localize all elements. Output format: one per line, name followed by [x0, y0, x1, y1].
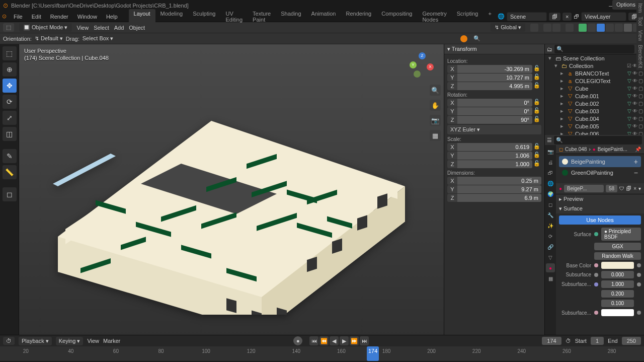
tab-item[interactable]: Item: [637, 3, 643, 13]
shading-wire-icon[interactable]: [606, 24, 614, 32]
jump-start-icon[interactable]: ⏮: [309, 336, 318, 345]
zoom-icon[interactable]: 🔍: [430, 85, 441, 96]
material-menu-icon[interactable]: ▾: [638, 186, 641, 191]
proptab-particles-icon[interactable]: ✨: [546, 221, 555, 230]
play-reverse-icon[interactable]: ◀: [330, 336, 339, 345]
outliner-item[interactable]: ▸▽Cube.001▽👁▢: [545, 92, 644, 100]
outliner-search[interactable]: 🔍: [554, 45, 634, 53]
timeline-cursor[interactable]: 174: [367, 346, 379, 361]
scale-y[interactable]: 1.006: [457, 152, 532, 160]
help-menu[interactable]: Help: [102, 13, 122, 21]
tab-animation[interactable]: Animation: [306, 9, 341, 24]
proptab-modifiers-icon[interactable]: 🔧: [546, 210, 555, 220]
outliner-item[interactable]: ▸▽Cube.004▽👁▢: [545, 115, 644, 122]
material-slot[interactable]: BeigePainting+: [559, 156, 641, 167]
pivot-icon[interactable]: [530, 24, 538, 32]
shading-solid-icon[interactable]: [615, 24, 623, 32]
preview-panel[interactable]: ▸ Preview: [556, 194, 644, 204]
tab-shading[interactable]: Shading: [276, 9, 306, 24]
playback-menu[interactable]: Playback ▾: [19, 337, 52, 345]
tab-uv-editing[interactable]: UV Editing: [220, 9, 248, 24]
fake-user-icon[interactable]: 🛡: [619, 186, 624, 191]
proptab-constraints-icon[interactable]: 🔗: [546, 242, 555, 251]
dim-y[interactable]: 9.27 m: [457, 185, 541, 193]
prop-edit-icon[interactable]: [566, 24, 574, 32]
rot-y[interactable]: 0°: [457, 107, 532, 115]
timeline-view-menu[interactable]: View: [87, 338, 99, 344]
sss-method-dropdown[interactable]: Random Walk: [594, 252, 641, 260]
add-cube-tool[interactable]: ◻: [3, 187, 17, 201]
current-frame[interactable]: 174: [542, 337, 561, 345]
editor-type-icon[interactable]: ⬚: [3, 23, 14, 32]
tab-geometry-nodes[interactable]: Geometry Nodes: [417, 9, 451, 24]
loc-x[interactable]: -30.269 m: [457, 65, 532, 73]
outliner-item[interactable]: ▸aBRANCOText▽👁▢: [545, 69, 644, 77]
viewlayer-field[interactable]: ViewLayer: [581, 12, 626, 21]
transform-tool[interactable]: ◫: [3, 127, 17, 141]
drag-dropdown[interactable]: Select Box ▾: [83, 35, 114, 42]
new-material-icon[interactable]: 🗐: [626, 186, 631, 191]
perspective-icon[interactable]: ▦: [430, 130, 441, 141]
proptab-physics-icon[interactable]: ⟳: [546, 232, 555, 241]
file-menu[interactable]: File: [10, 13, 27, 21]
proptab-texture-icon[interactable]: ▦: [546, 274, 555, 283]
subsurface-r1[interactable]: 1.000: [601, 280, 634, 288]
collection-row[interactable]: ▾🗀Collection☑👁▢: [545, 62, 644, 69]
xray-toggle[interactable]: [597, 24, 605, 32]
axis-z-icon[interactable]: Z: [419, 52, 426, 59]
proptab-viewlayer-icon[interactable]: 🗗: [546, 168, 555, 177]
surface-panel[interactable]: ▾ Surface: [556, 204, 644, 213]
preview-range-icon[interactable]: ⏱: [566, 338, 571, 344]
outliner-item[interactable]: ▸▽Cube.002▽👁▢: [545, 100, 644, 107]
scale-z[interactable]: 1.000: [457, 160, 532, 168]
use-nodes-button[interactable]: Use Nodes: [559, 215, 641, 225]
axis-x-icon[interactable]: X: [427, 63, 434, 70]
material-slot[interactable]: GreenOilPainting−: [559, 167, 641, 178]
annotate-tool[interactable]: ✎: [3, 149, 17, 163]
axis-neg-icon[interactable]: [414, 70, 421, 78]
end-frame[interactable]: 250: [622, 337, 641, 345]
lock-icon[interactable]: 🔓: [532, 65, 541, 73]
cursor-tool[interactable]: ⊕: [3, 62, 17, 77]
timeline-track[interactable]: 20 40 60 80 100 120 140 160 180 200 220 …: [0, 346, 644, 361]
loc-y[interactable]: 10.727 m: [457, 74, 532, 82]
tab-texture-paint[interactable]: Texture Paint: [248, 9, 276, 24]
overlay-toggle[interactable]: [588, 24, 596, 32]
tab-sculpting[interactable]: Sculpting: [188, 9, 220, 24]
distribution-dropdown[interactable]: GGX: [594, 243, 641, 250]
outliner-item[interactable]: ▸▽Cube▽👁▢: [545, 85, 644, 92]
subsurface-value[interactable]: 0.000: [601, 271, 634, 278]
snap-icon[interactable]: [543, 24, 551, 32]
outliner-item[interactable]: ▸aCOLEGIOText▽👁▢: [545, 77, 644, 85]
transform-orientation[interactable]: ↯ Global ▾: [491, 23, 525, 32]
dim-x[interactable]: 0.25 m: [457, 177, 541, 185]
keyframe-next-icon[interactable]: ⏩: [350, 336, 359, 345]
object-menu[interactable]: Object: [129, 25, 145, 31]
autokey-icon[interactable]: ●: [293, 336, 302, 345]
transform-panel-header[interactable]: ▾ Transform: [444, 44, 544, 54]
pin-icon[interactable]: 📌: [635, 147, 641, 152]
tab-scripting[interactable]: Scripting: [452, 9, 484, 24]
props-type-icon[interactable]: ☰: [547, 137, 552, 143]
dim-z[interactable]: 6.9 m: [457, 194, 541, 202]
gizmo-toggle[interactable]: [579, 24, 587, 32]
select-tool[interactable]: ⬚: [3, 46, 17, 60]
unlink-material-icon[interactable]: ×: [633, 186, 636, 191]
render-menu[interactable]: Render: [46, 13, 72, 21]
timeline-type-icon[interactable]: ⏱: [3, 337, 15, 345]
scene-pin-button[interactable]: ×: [562, 13, 572, 21]
proptab-render-icon[interactable]: 📷: [546, 147, 555, 156]
tab-rendering[interactable]: Rendering: [341, 9, 376, 24]
scene-new-button[interactable]: 🗐: [549, 13, 560, 21]
mode-dropdown[interactable]: 🔲 Object Mode ▾: [19, 23, 72, 32]
tab-compositing[interactable]: Compositing: [376, 9, 417, 24]
surface-shader[interactable]: ● Principled BSDF: [601, 228, 641, 241]
rot-x[interactable]: 0°: [457, 99, 532, 107]
shading-matprev-icon[interactable]: [624, 24, 632, 32]
orientation-dropdown[interactable]: ↯ Default ▾: [35, 35, 63, 42]
search-icon[interactable]: 🔍: [473, 35, 480, 42]
material-name-field[interactable]: BeigeP...: [564, 185, 604, 192]
snap-to[interactable]: [552, 24, 560, 32]
window-menu[interactable]: Window: [73, 13, 101, 21]
camera-icon[interactable]: 📷: [430, 115, 441, 126]
